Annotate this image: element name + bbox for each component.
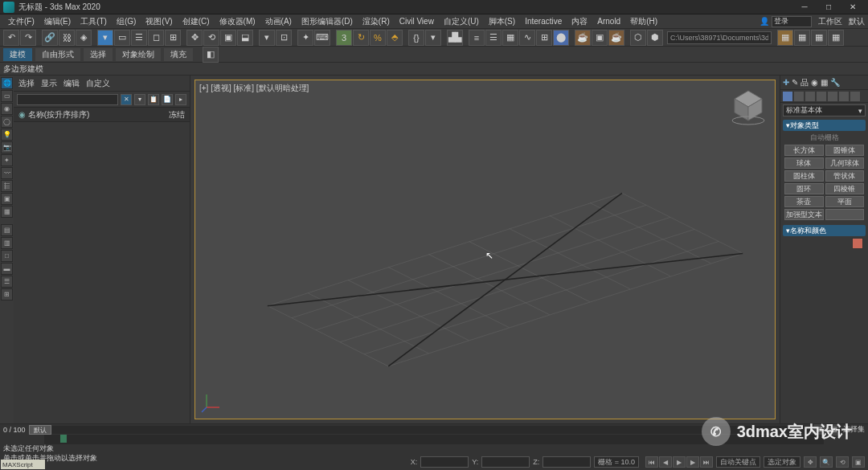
placement-button[interactable]: ⬓ — [237, 30, 253, 46]
unlink-button[interactable]: ⛓ — [59, 30, 75, 46]
selected-set-label[interactable]: 选择集 — [843, 424, 865, 435]
menu-edit[interactable]: 编辑(E) — [39, 16, 76, 27]
time-slider-track[interactable]: 默认 — [29, 426, 811, 434]
selection-filter[interactable]: ▾ — [97, 30, 113, 46]
exp-filter-btn3[interactable]: 📄 — [162, 94, 173, 105]
window-crossing-button[interactable]: ⊞ — [165, 30, 181, 46]
viewcube[interactable] — [728, 87, 768, 127]
select-button[interactable]: ▭ — [114, 30, 130, 46]
create-sphere-button[interactable]: 球体 — [784, 157, 824, 169]
prev-frame-button[interactable]: ◀ — [659, 456, 672, 468]
menu-arnold[interactable]: Arnold — [592, 17, 625, 26]
tool-extra-1[interactable]: ▦ — [777, 30, 793, 46]
create-tab-icon[interactable]: ✚ — [783, 78, 789, 87]
lsb-helper-icon[interactable]: ✦ — [1, 154, 13, 166]
geom-cat-icon[interactable] — [783, 92, 792, 101]
toggle-ribbon-button[interactable]: ▦ — [502, 30, 518, 46]
hierarchy-tab-icon[interactable]: 品 — [800, 77, 809, 88]
menu-create[interactable]: 创建(C) — [178, 16, 215, 27]
exp-filter-btn4[interactable]: ▸ — [175, 94, 186, 105]
play-button[interactable]: ▶ — [673, 456, 686, 468]
helper-cat-icon[interactable] — [828, 92, 837, 101]
ref-coord-button[interactable]: ▾ — [259, 30, 275, 46]
workspace-default[interactable]: 默认 — [849, 16, 865, 27]
workspace-label[interactable]: 工作区 — [818, 16, 842, 27]
layers-button[interactable]: ☰ — [485, 30, 502, 46]
exp-col-name[interactable]: ◉ 名称(按升序排序) — [18, 109, 89, 121]
mirror-button[interactable]: ▟▙ — [447, 30, 463, 46]
lsb-world-icon[interactable]: 🌐 — [1, 77, 13, 89]
percent-snap-button[interactable]: % — [370, 30, 386, 46]
exp-filter-btn2[interactable]: 📋 — [148, 94, 159, 105]
menu-modifier[interactable]: 修改器(M) — [215, 16, 260, 27]
lsb-light-icon[interactable]: 💡 — [1, 129, 13, 141]
ribbon-objpaint[interactable]: 对象绘制 — [116, 48, 161, 61]
link-button[interactable]: 🔗 — [42, 30, 58, 46]
lsb-camera-icon[interactable]: 📷 — [1, 141, 13, 153]
time-slider-thumb[interactable]: 默认 — [29, 425, 51, 435]
next-frame-button[interactable]: ▶ — [686, 456, 699, 468]
axis-gizmo-icon[interactable] — [200, 390, 224, 414]
tool-extra-2[interactable]: ▦ — [794, 30, 810, 46]
menu-file[interactable]: 文件(F) — [3, 16, 39, 27]
ribbon-freeform[interactable]: 自由形式 — [35, 48, 80, 61]
menu-help[interactable]: 帮助(H) — [625, 16, 662, 27]
pivot-button[interactable]: ⊡ — [276, 30, 292, 46]
menu-interactive[interactable]: Interactive — [520, 17, 567, 26]
object-color-swatch[interactable] — [852, 238, 863, 249]
manipulate-button[interactable]: ✦ — [297, 30, 313, 46]
exp-filter-btn1[interactable]: ▾ — [134, 94, 145, 105]
menu-view[interactable]: 视图(V) — [141, 16, 177, 27]
slider-btn2[interactable]: ▤ — [829, 424, 840, 435]
select-name-button[interactable]: ☰ — [131, 30, 147, 46]
coord-y-input[interactable] — [481, 456, 530, 468]
nav-pan-button[interactable]: ✥ — [804, 456, 817, 468]
material-editor-button[interactable]: ⬤ — [553, 30, 569, 46]
exp-tab-edit[interactable]: 编辑 — [63, 78, 80, 89]
lsb-extra6-icon[interactable]: ⊞ — [1, 288, 13, 300]
ribbon-select[interactable]: 选择 — [84, 48, 113, 61]
camera-cat-icon[interactable] — [817, 92, 826, 101]
coord-x-input[interactable] — [420, 456, 469, 468]
viewport-label[interactable]: [+] [透视] [标准] [默认明暗处理] — [199, 83, 309, 94]
system-cat-icon[interactable] — [850, 92, 860, 101]
ribbon-toggle-icon[interactable]: ◧ — [203, 47, 219, 63]
select-rect-button[interactable]: ◻ — [148, 30, 164, 46]
create-box-button[interactable]: 长方体 — [784, 145, 824, 156]
explorer-body[interactable] — [14, 122, 190, 423]
lsb-group-icon[interactable]: ▦ — [1, 206, 13, 218]
exp-filter-x-icon[interactable]: ✕ — [121, 94, 132, 105]
scale-button[interactable]: ▣ — [220, 30, 236, 46]
lsb-extra1-icon[interactable]: ▤ — [1, 224, 13, 236]
lsb-bone-icon[interactable]: ⬱ — [1, 180, 13, 192]
exp-tab-custom[interactable]: 自定义 — [86, 78, 110, 89]
nav-orbit-button[interactable]: ⟲ — [836, 456, 849, 468]
named-sel-dd[interactable]: ▾ — [425, 30, 441, 46]
lsb-extra5-icon[interactable]: ☰ — [1, 276, 13, 288]
create-geosphere-button[interactable]: 几何球体 — [825, 157, 865, 169]
slider-btn1[interactable]: ⊞ — [814, 424, 825, 435]
named-sel-button[interactable]: {} — [408, 30, 424, 46]
minimize-button[interactable]: ─ — [792, 0, 817, 14]
spinner-snap-button[interactable]: ⬘ — [387, 30, 403, 46]
lsb-space-icon[interactable]: 〰 — [1, 167, 13, 179]
menu-script[interactable]: 脚本(S) — [484, 16, 520, 27]
create-tube-button[interactable]: 管状体 — [825, 170, 865, 182]
render-frame-button[interactable]: ▣ — [592, 30, 608, 46]
lsb-sel-icon[interactable]: ▭ — [1, 90, 13, 102]
name-color-rollout[interactable]: ▾ 名称和颜色 — [783, 225, 866, 236]
create-cylinder-button[interactable]: 圆柱体 — [784, 170, 824, 182]
curve-editor-button[interactable]: ∿ — [519, 30, 535, 46]
shape-cat-icon[interactable] — [794, 92, 804, 101]
space-cat-icon[interactable] — [839, 92, 849, 101]
snap-toggle-button[interactable]: 3 — [336, 30, 352, 46]
selected-objects-label[interactable]: 选定对象 — [764, 456, 800, 468]
create-category-dropdown[interactable]: 标准基本体▾ — [783, 104, 866, 116]
lsb-geom-icon[interactable]: ◉ — [1, 103, 13, 115]
close-button[interactable]: ✕ — [841, 0, 865, 14]
frame-ruler[interactable] — [44, 435, 824, 444]
menu-animation[interactable]: 动画(A) — [260, 16, 297, 27]
create-torus-button[interactable]: 圆环 — [784, 183, 824, 194]
menu-content[interactable]: 内容 — [567, 16, 592, 27]
coord-z-input[interactable] — [542, 456, 591, 468]
